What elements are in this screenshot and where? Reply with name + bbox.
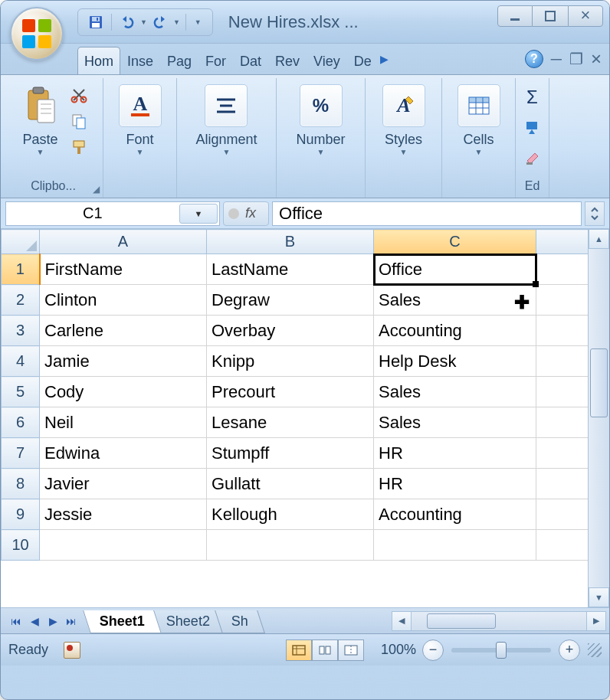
cell[interactable]: Cody	[40, 377, 207, 407]
cell[interactable]: Precourt	[207, 377, 374, 407]
number-button[interactable]: % Number ▼	[291, 81, 349, 159]
cell[interactable]: LastName	[207, 254, 374, 285]
cell[interactable]: Edwina	[40, 438, 207, 469]
row-header[interactable]: 8	[2, 469, 40, 499]
hscroll-thumb[interactable]	[427, 613, 496, 629]
zoom-in-button[interactable]: +	[559, 639, 580, 661]
tab-data[interactable]: Dat	[233, 47, 268, 74]
tab-review[interactable]: Rev	[268, 47, 307, 74]
alignment-button[interactable]: Alignment ▼	[191, 81, 261, 159]
tab-developer[interactable]: De	[347, 47, 379, 74]
doc-minimize-button[interactable]: ─	[551, 51, 562, 68]
cell[interactable]: Accounting	[374, 499, 536, 530]
cell[interactable]: Stumpff	[207, 438, 374, 469]
cut-button[interactable]	[68, 84, 90, 106]
redo-dropdown[interactable]: ▼	[173, 18, 180, 26]
row-header[interactable]: 1	[2, 254, 40, 285]
row-header[interactable]: 10	[2, 530, 40, 561]
scroll-up-button[interactable]: ▲	[589, 229, 609, 249]
resize-grip-icon[interactable]	[588, 643, 602, 657]
view-page-layout-button[interactable]	[312, 639, 338, 661]
cell[interactable]	[374, 530, 536, 561]
scroll-track[interactable]	[589, 249, 609, 587]
row-header[interactable]: 5	[2, 377, 40, 407]
styles-button[interactable]: A Styles ▼	[378, 81, 430, 159]
tab-overflow-icon[interactable]: ▶	[380, 53, 389, 65]
tab-last-button[interactable]: ⏭	[62, 612, 80, 630]
cell[interactable]: HR	[374, 438, 536, 469]
hscroll-track[interactable]	[412, 611, 586, 631]
zoom-out-button[interactable]: −	[422, 639, 444, 661]
tab-formulas[interactable]: For	[198, 47, 233, 74]
view-page-break-button[interactable]	[338, 639, 364, 661]
scroll-down-button[interactable]: ▼	[589, 587, 609, 607]
cell[interactable]: Clinton	[40, 285, 207, 316]
cell[interactable]: HR	[374, 469, 536, 499]
zoom-slider[interactable]	[451, 648, 551, 653]
font-button[interactable]: A Font ▼	[114, 81, 166, 159]
tab-next-button[interactable]: ▶	[44, 612, 62, 630]
zoom-percent[interactable]: 100%	[381, 642, 416, 658]
cell[interactable]: Gullatt	[207, 469, 374, 499]
cell[interactable]: Neil	[40, 407, 207, 438]
tab-prev-button[interactable]: ◀	[25, 612, 44, 630]
formula-input[interactable]: Office	[272, 201, 582, 226]
cell[interactable]: Help Desk	[374, 346, 536, 377]
format-painter-button[interactable]	[68, 136, 90, 158]
cell[interactable]: Javier	[40, 469, 207, 499]
tab-first-button[interactable]: ⏮	[7, 612, 25, 630]
undo-button[interactable]	[117, 12, 137, 32]
cell[interactable]: Sales	[374, 407, 536, 438]
paste-button[interactable]: Paste ▼	[18, 81, 64, 159]
sheet-tab-3[interactable]: Sh	[215, 610, 265, 633]
dialog-launcher-icon[interactable]: ◢	[93, 184, 100, 195]
row-header[interactable]: 2	[2, 285, 40, 316]
cell[interactable]: Jamie	[40, 346, 207, 377]
redo-button[interactable]	[150, 12, 170, 32]
cell[interactable]: Knipp	[207, 346, 374, 377]
row-header[interactable]: 4	[2, 346, 40, 377]
name-box[interactable]: C1 ▼	[5, 201, 220, 226]
cell[interactable]: Kellough	[207, 499, 374, 530]
cancel-icon[interactable]	[228, 208, 239, 219]
name-box-dropdown[interactable]: ▼	[179, 204, 218, 224]
cell[interactable]	[207, 530, 374, 561]
undo-dropdown[interactable]: ▼	[140, 18, 147, 26]
cell[interactable]	[40, 530, 207, 561]
col-header-b[interactable]: B	[207, 230, 374, 254]
cell[interactable]: Sales	[374, 285, 536, 316]
fill-button[interactable]	[520, 116, 545, 139]
clear-button[interactable]	[520, 147, 545, 170]
cell[interactable]: Sales	[374, 377, 536, 407]
doc-close-button[interactable]: ×	[591, 48, 602, 70]
minimize-button[interactable]	[497, 5, 533, 27]
copy-button[interactable]	[68, 110, 90, 132]
maximize-button[interactable]	[533, 5, 568, 27]
macro-record-icon[interactable]	[64, 642, 80, 659]
zoom-handle[interactable]	[496, 642, 507, 659]
tab-insert[interactable]: Inse	[120, 47, 160, 74]
scroll-thumb[interactable]	[590, 348, 608, 417]
scroll-left-button[interactable]: ◀	[392, 611, 412, 631]
row-header[interactable]: 7	[2, 438, 40, 469]
tab-home[interactable]: Hom	[77, 47, 120, 74]
fx-button[interactable]: fx	[241, 205, 261, 221]
horizontal-scrollbar[interactable]: ◀ ▶	[392, 611, 606, 631]
save-button[interactable]	[86, 12, 106, 32]
row-header[interactable]: 6	[2, 407, 40, 438]
expand-formula-button[interactable]	[585, 201, 605, 226]
cell[interactable]: Jessie	[40, 499, 207, 530]
select-all-corner[interactable]	[2, 230, 40, 254]
help-icon[interactable]: ?	[525, 50, 543, 68]
cell[interactable]: Overbay	[207, 316, 374, 346]
cell[interactable]: Degraw	[207, 285, 374, 316]
doc-restore-button[interactable]: ❐	[569, 50, 583, 68]
office-button[interactable]	[10, 7, 64, 61]
vertical-scrollbar[interactable]: ▲ ▼	[588, 229, 609, 607]
cell[interactable]: Office	[374, 254, 536, 285]
tab-view[interactable]: Viey	[307, 47, 347, 74]
close-button[interactable]: ×	[568, 5, 603, 27]
row-header[interactable]: 9	[2, 499, 40, 530]
row-header[interactable]: 3	[2, 316, 40, 346]
sheet-table[interactable]: A B C 1FirstNameLastNameOffice2ClintonDe…	[1, 229, 609, 561]
